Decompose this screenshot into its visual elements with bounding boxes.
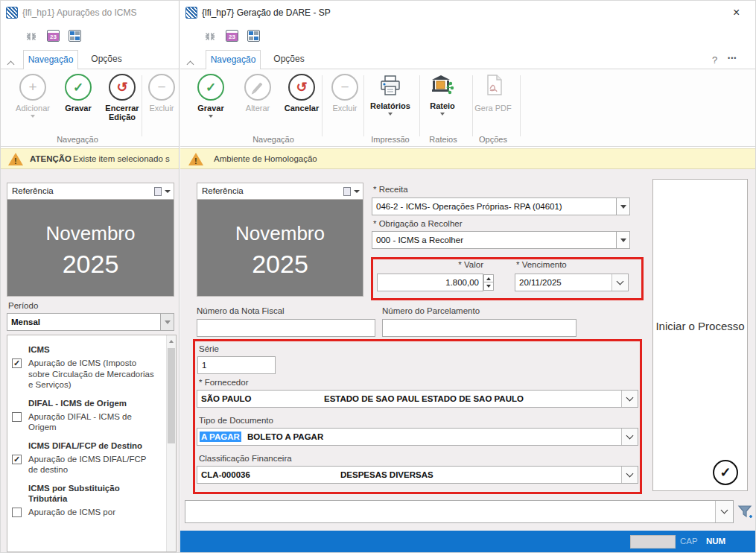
receita-select[interactable]: 046-2 - ICMS- Operações Próprias- RPA (0… — [372, 197, 630, 215]
warning-title: ATENÇÃO — [30, 154, 72, 163]
apuracao-checkbox[interactable]: ✓ — [12, 358, 22, 368]
apuracao-checkbox[interactable] — [12, 412, 22, 422]
excluir-button[interactable]: − Excluir — [323, 74, 366, 113]
ribbon-group-label: Navegação — [210, 135, 337, 144]
warning-bar: ! ATENÇÃO Existe item selecionado s — [1, 148, 179, 169]
chevron-down-icon[interactable] — [715, 501, 733, 522]
classificacao-label: Classificação Financeira — [199, 454, 292, 463]
parcelamento-input[interactable] — [382, 319, 576, 337]
calendar-icon[interactable]: 23 — [226, 30, 238, 42]
apuracao-checkbox[interactable]: ✓ — [12, 455, 22, 464]
nota-fiscal-label: Número da Nota Fiscal — [197, 306, 285, 315]
collapse-window-icon[interactable] — [25, 31, 37, 42]
ribbon-separator — [472, 75, 473, 136]
chevron-down-icon[interactable] — [621, 391, 638, 407]
scrollbar-thumb[interactable] — [168, 348, 175, 443]
dropdown-icon[interactable] — [616, 198, 629, 215]
list-group-header: ICMS por Substituição Tributária — [28, 483, 159, 504]
list-scrollbar[interactable] — [166, 335, 176, 552]
obrigacao-select[interactable]: 000 - ICMS a Recolher — [372, 231, 630, 249]
referencia-month-box: Novembro 2025 — [197, 200, 363, 297]
datasource-icon[interactable] — [154, 187, 171, 197]
undo-icon: ↺ — [288, 74, 315, 101]
app-logo-icon — [6, 7, 18, 19]
more-icon[interactable]: ••• — [728, 54, 737, 62]
save-check-icon: ✓ — [65, 74, 92, 101]
tab-navegacao[interactable]: Navegação — [23, 50, 78, 69]
dropdown-caret-icon — [440, 113, 445, 116]
add-icon: + — [19, 74, 46, 101]
valor-input[interactable]: 1.800,00 — [377, 274, 483, 291]
valor-spinner[interactable] — [483, 274, 494, 291]
excluir-button[interactable]: − Excluir — [143, 74, 180, 113]
ribbon-collapse-icon[interactable] — [188, 57, 193, 70]
window-title: {lfi_hp7} Geração de DARE - SP — [202, 7, 331, 18]
calendar-icon[interactable]: 23 — [47, 30, 60, 42]
status-input-box — [630, 535, 676, 549]
relatorios-button[interactable]: Relatórios — [369, 74, 412, 116]
year-label: 2025 — [7, 250, 174, 279]
tab-opcoes[interactable]: Opções — [84, 50, 129, 69]
tipo-documento-select[interactable]: A PAGAR BOLETO A PAGAR — [197, 428, 638, 446]
app-logo-icon — [185, 7, 197, 19]
chevron-down-icon[interactable] — [621, 429, 638, 445]
valor-label: * Valor — [404, 260, 483, 269]
alterar-button[interactable]: Alterar — [236, 74, 279, 113]
vencimento-label: * Vencimento — [516, 260, 567, 269]
ribbon-collapse-icon[interactable] — [8, 57, 13, 70]
spinner-up-icon[interactable] — [483, 274, 494, 282]
adicionar-button[interactable]: + Adicionar — [11, 74, 54, 118]
printer-icon — [378, 74, 402, 98]
filter-icon[interactable] — [737, 505, 754, 519]
vencimento-datepicker[interactable]: 20/11/2025 — [515, 274, 629, 291]
gravar-button[interactable]: ✓ Gravar — [57, 74, 100, 113]
pencil-icon — [244, 74, 271, 101]
periodo-select[interactable]: Mensal — [7, 313, 174, 331]
check-circle-icon[interactable]: ✓ — [713, 460, 738, 485]
gera-pdf-button[interactable]: Gera PDF — [474, 74, 512, 113]
referencia-header[interactable]: Referência — [7, 183, 174, 200]
close-icon[interactable]: × — [733, 7, 740, 19]
receita-label: * Receita — [373, 185, 408, 194]
chevron-down-icon[interactable] — [621, 467, 638, 483]
cancelar-button[interactable]: ↺ Cancelar — [280, 74, 323, 113]
collapse-window-icon[interactable] — [204, 31, 216, 42]
gravar-button[interactable]: ✓ Gravar — [189, 74, 232, 118]
referencia-header[interactable]: Referência — [197, 183, 363, 200]
help-icon[interactable]: ? — [712, 54, 717, 66]
app-screen: {lfi_hp1} Apurações do ICMS 23 Navegação… — [0, 0, 756, 553]
delete-icon: − — [148, 74, 175, 101]
nota-fiscal-input[interactable] — [197, 319, 375, 337]
list-group-header: ICMS DIFAL/FCP de Destino — [28, 440, 159, 451]
parcelamento-label: Número do Parcelamento — [382, 306, 480, 315]
datasource-icon[interactable] — [343, 187, 360, 197]
ribbon-separator — [322, 75, 323, 136]
tab-opcoes[interactable]: Opções — [267, 50, 311, 69]
filtro-combobox[interactable] — [185, 500, 734, 523]
tab-navegacao[interactable]: Navegação — [206, 50, 261, 69]
referencia-month-box: Novembro 2025 — [7, 200, 174, 297]
encerrar-edicao-button[interactable]: ↺ Encerrar Edição — [101, 74, 144, 121]
classificacao-select[interactable]: CLA-000036 DESPESAS DIVERSAS — [197, 466, 638, 484]
caps-lock-indicator: CAP — [680, 537, 698, 546]
iniciar-processo-button[interactable]: Iniciar o Processo ✓ — [652, 179, 748, 491]
pdf-icon — [482, 74, 504, 98]
calculator-icon[interactable] — [69, 30, 81, 42]
fornecedor-select[interactable]: SÃO PAULO ESTADO DE SAO PAUL ESTADO DE S… — [197, 390, 638, 408]
apuracao-checkbox[interactable] — [12, 508, 22, 517]
list-item: ✓ Apuração de ICMS DIFAL/FCP de destino — [28, 454, 156, 475]
periodo-label: Período — [8, 301, 38, 310]
spinner-down-icon[interactable] — [483, 282, 494, 291]
window-apuracoes-icms: {lfi_hp1} Apurações do ICMS 23 Navegação… — [1, 1, 180, 552]
chevron-down-icon[interactable] — [612, 274, 628, 291]
scroll-up-icon[interactable] — [169, 340, 174, 343]
list-group-header: DIFAL - ICMS de Origem — [28, 398, 159, 408]
calculator-icon[interactable] — [247, 30, 260, 42]
dropdown-icon[interactable] — [160, 314, 174, 330]
bank-icon — [431, 74, 454, 98]
serie-input[interactable]: 1 — [197, 356, 276, 374]
list-group-header: ICMS — [28, 344, 159, 355]
rateio-button[interactable]: Rateio — [421, 74, 464, 116]
dropdown-icon[interactable] — [616, 232, 629, 248]
year-label: 2025 — [197, 250, 363, 279]
